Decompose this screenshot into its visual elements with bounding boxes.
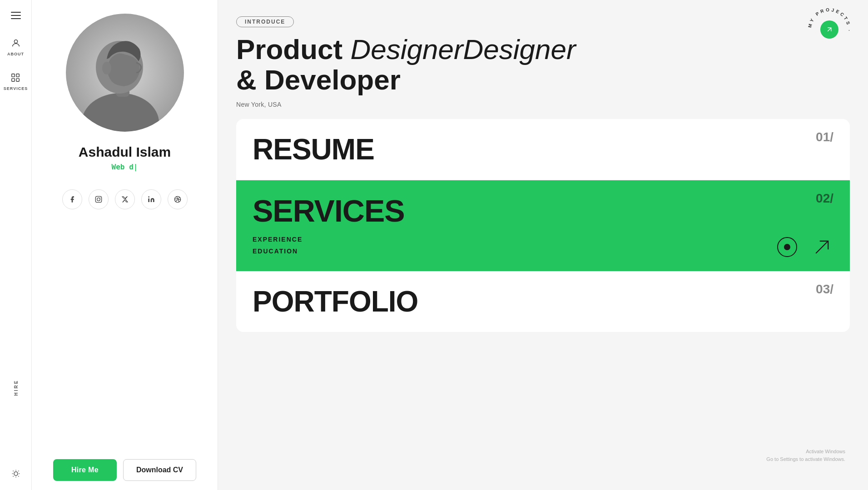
portfolio-card-number: 03/: [816, 282, 833, 297]
sidebar-item-services[interactable]: SERVICES: [2, 69, 30, 94]
nav-strip: ABOUT SERVICES HIRE: [0, 0, 32, 490]
sidebar-item-about[interactable]: ABOUT: [5, 35, 26, 60]
resume-card[interactable]: RESUME 01/: [236, 119, 850, 180]
svg-rect-3: [12, 79, 15, 81]
action-buttons: Hire Me Download CV: [41, 445, 208, 481]
svg-line-28: [816, 241, 828, 253]
svg-point-5: [14, 472, 17, 475]
profile-sidebar: Ashadul Islam Web d: [32, 0, 218, 490]
social-instagram[interactable]: [89, 189, 109, 209]
dot-inner: [784, 244, 790, 250]
svg-rect-1: [12, 74, 15, 77]
social-twitter-x[interactable]: [115, 189, 135, 209]
main-content: MY PROJECTS · MY PROJECTS · INTRODUCE Pr…: [218, 0, 868, 490]
svg-line-13: [18, 471, 19, 471]
hire-me-button[interactable]: Hire Me: [53, 459, 117, 481]
services-card[interactable]: 02/ SERVICES EXPERIENCE EDUCATION: [236, 180, 850, 271]
profile-name: Ashadul Islam: [79, 144, 171, 160]
cards-area: RESUME 01/ 02/ SERVICES EXPERIENCE EDUCA…: [236, 119, 850, 490]
svg-rect-2: [16, 74, 19, 77]
svg-point-20: [102, 62, 111, 74]
hero-title-second-line: & Developer: [236, 64, 401, 95]
projects-circle-badge[interactable]: MY PROJECTS · MY PROJECTS ·: [804, 5, 854, 54]
services-card-title: SERVICES: [253, 193, 833, 228]
services-row: EXPERIENCE EDUCATION: [253, 236, 833, 258]
services-right-icons: [777, 236, 833, 258]
services-label: SERVICES: [4, 86, 28, 91]
social-facebook[interactable]: [62, 189, 82, 209]
hero-title-italic-text: Designer: [463, 34, 576, 65]
social-dribbble[interactable]: [168, 189, 188, 209]
windows-watermark: Activate Windows Go to Settings to activ…: [766, 448, 845, 463]
services-card-number: 02/: [816, 191, 833, 206]
svg-point-23: [100, 198, 100, 198]
svg-line-11: [18, 476, 19, 476]
profile-title: Web d: [112, 163, 138, 171]
grid-icon: [10, 73, 20, 84]
windows-line2: Go to Settings to activate Windows.: [766, 455, 845, 463]
svg-rect-21: [95, 196, 101, 202]
person-icon: [11, 38, 21, 50]
hamburger-menu[interactable]: [8, 7, 24, 24]
svg-rect-4: [16, 79, 19, 81]
svg-point-0: [14, 40, 17, 43]
diagonal-arrow-icon[interactable]: [811, 236, 833, 258]
theme-toggle-button[interactable]: [9, 466, 23, 481]
services-experience: EXPERIENCE: [253, 236, 303, 243]
svg-point-24: [148, 196, 149, 198]
portfolio-card-title: PORTFOLIO: [253, 285, 418, 318]
svg-line-27: [828, 28, 831, 31]
social-linkedin[interactable]: [141, 189, 161, 209]
services-education: EDUCATION: [253, 247, 303, 255]
arrow-up-right-icon: [825, 25, 833, 34]
arrow-diagonal-svg: [812, 237, 832, 257]
hero-location: New York, USA: [236, 101, 850, 108]
resume-card-number: 01/: [816, 130, 833, 144]
social-icons: [62, 189, 188, 209]
svg-line-10: [13, 471, 13, 471]
hire-vertical-label: HIRE: [13, 380, 18, 396]
windows-line1: Activate Windows: [766, 448, 845, 455]
projects-arrow-button[interactable]: [820, 20, 838, 39]
avatar: [66, 14, 184, 132]
avatar-image: [66, 14, 184, 132]
hero-title: Product DesignerDesigner & Developer: [236, 35, 850, 95]
portfolio-card[interactable]: PORTFOLIO 03/: [236, 271, 850, 332]
download-cv-button[interactable]: Download CV: [123, 459, 196, 481]
hero-title-italic: Designer: [350, 34, 463, 65]
resume-card-title: RESUME: [253, 133, 374, 166]
dot-circle-icon: [777, 237, 797, 257]
about-label: ABOUT: [7, 52, 24, 56]
services-meta: EXPERIENCE EDUCATION: [253, 236, 303, 255]
svg-point-22: [97, 198, 100, 201]
svg-line-12: [13, 476, 13, 476]
hero-title-bold: Product: [236, 34, 350, 65]
introduce-tag[interactable]: INTRODUCE: [236, 16, 294, 27]
